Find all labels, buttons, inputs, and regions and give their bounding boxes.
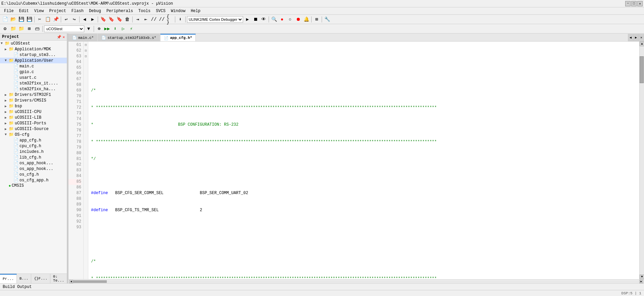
scroll-track[interactable] [640,46,644,275]
next-bookmark-btn[interactable]: 🔖 [116,16,123,23]
scroll-down-btn[interactable]: ▼ [640,275,644,279]
menu-tools[interactable]: Tools [136,8,153,14]
tree-app-user[interactable]: ▼ 📁 Application/User [0,58,67,63]
tree-cmsis-diamond[interactable]: ◆ CMSIS [0,183,67,188]
maximize-button[interactable]: □ [631,1,637,6]
playback-btn[interactable]: ⏺ [294,16,302,23]
paste-btn[interactable]: 📌 [52,16,59,23]
clear-bookmark-btn[interactable]: 🗑 [124,16,131,23]
tree-os-app-hook2[interactable]: 📄 os_app_hook... [0,166,67,172]
uncomment-btn[interactable]: // [158,16,166,23]
tb2-btn5[interactable]: 🗃 [34,25,41,33]
indent-btn[interactable]: ⇥ [134,16,141,23]
nav-fwd-btn[interactable]: ▶ [89,16,96,23]
target-select[interactable]: ULINK2/ME Cortex Debugger [187,16,243,23]
tree-main-c[interactable]: 📄 main.c [0,63,67,69]
tree-bsp[interactable]: ▶ 📁 bsp [0,103,67,109]
tab-templates[interactable]: 0↓ Te... [50,274,67,283]
breakpoint-btn[interactable]: ⏹ [252,16,259,23]
watch-btn[interactable]: 👁 [260,16,267,23]
target-settings-btn[interactable]: ⊕ [95,25,103,33]
panel-pin-icon[interactable]: 📌 [57,35,61,39]
layout-btn[interactable]: ⊞ [313,16,320,23]
tree-os-cfg-app[interactable]: 📄 os_cfg_app.h [0,177,67,183]
tree-gpio-c[interactable]: 📄 gpio.c [0,69,67,75]
start-debug-btn[interactable]: ▷ [120,25,127,33]
tree-os-cfg[interactable]: 📄 os_cfg.h [0,172,67,177]
tab-project[interactable]: Pr... [0,274,17,283]
close-button[interactable]: ✕ [637,1,643,6]
scroll-up-btn[interactable]: ▲ [640,42,644,46]
menu-edit[interactable]: Edit [16,8,32,14]
tree-root[interactable]: ▼ 📁 uCOStest [0,41,67,46]
comment-btn[interactable]: // [150,16,157,23]
save-all-btn[interactable]: 💾 [26,16,33,23]
menu-flash[interactable]: Flash [69,8,86,14]
run-btn[interactable]: ⚡ [128,25,135,33]
tree-it-c[interactable]: 📄 stm32f1xx_it.... [0,80,67,86]
tab-close-all[interactable]: ✕ [639,34,644,41]
build-all-btn[interactable]: ▶▶ [103,25,111,33]
tree-app-cfg[interactable]: 📄 app_cfg.h [0,137,67,143]
tb2-btn1[interactable]: ⚙ [1,25,9,33]
menu-file[interactable]: File [1,8,16,14]
download-btn[interactable]: ⬇ [111,25,119,33]
menu-peripherals[interactable]: Peripherals [104,8,136,14]
h-scrollbar[interactable]: ◀ ▶ [68,279,644,283]
tb2-btn4[interactable]: ⊞ [26,25,33,33]
save-btn[interactable]: 💾 [17,16,25,23]
h-scroll-track[interactable] [73,280,639,283]
tree-ucos-cpu[interactable]: ▶ 📁 uCOSIII-CPU [0,109,67,115]
tree-ucos-source[interactable]: ▶ 📁 uCOSIII-Source [0,126,67,132]
minimize-button[interactable]: − [625,1,631,6]
tree-startup[interactable]: 📄 startup_stm3... [0,52,67,58]
menu-debug[interactable]: Debug [86,8,104,14]
settings-btn[interactable]: 🔧 [323,16,331,23]
tab-nav-right[interactable]: ▶ [633,34,639,41]
stop-btn[interactable]: ○ [286,16,294,23]
menu-window[interactable]: Window [168,8,188,14]
menu-svcs[interactable]: SVCS [153,8,168,14]
load-btn[interactable]: ⬇ [177,16,184,23]
h-scroll-left[interactable]: ◀ [69,280,73,283]
dropdown-arrow[interactable]: ▼ [85,25,92,33]
tree-app-mdk[interactable]: ▶ 📁 Application/MDK [0,46,67,52]
menu-project[interactable]: Project [46,8,68,14]
tab-main-c[interactable]: 📄 main.c* [68,34,97,41]
tree-cpu-cfg[interactable]: 📄 cpu_cfg.h [0,143,67,149]
redo-btn[interactable]: ↪ [71,16,78,23]
tab-books[interactable]: B... [17,274,31,283]
copy-btn[interactable]: 📋 [44,16,51,23]
tree-oscfg[interactable]: ▼ 📁 OS-cfg [0,132,67,137]
fold-73[interactable]: ⊟ [84,48,88,54]
open-btn[interactable]: 📂 [9,16,17,23]
bookmark-btn[interactable]: 🔖 [99,16,107,23]
new-file-btn[interactable]: 📄 [1,16,9,23]
tree-os-app-hook1[interactable]: 📄 os_app_hook... [0,160,67,166]
cut-btn[interactable]: ✂ [36,16,43,23]
tree-includes[interactable]: 📄 includes.h [0,149,67,155]
debug-btn[interactable]: ▶ [244,16,251,23]
tree-lib-cfg[interactable]: 📄 lib_cfg.h [0,155,67,160]
codesnip-btn[interactable]: { } [166,16,174,23]
undo-btn[interactable]: ↩ [62,16,70,23]
tb2-btn2[interactable]: 📁 [9,25,17,33]
tree-hal-c[interactable]: 📄 stm32f1xx_ha... [0,86,67,92]
prev-bookmark-btn[interactable]: 🔖 [107,16,115,23]
h-scroll-thumb[interactable] [73,280,107,283]
tab-functions[interactable]: {}F... [31,274,50,283]
menu-view[interactable]: View [32,8,47,14]
playback2-btn[interactable]: 🔔 [303,16,310,23]
find-btn[interactable]: 🔍 [270,16,278,23]
fold-63[interactable]: ⊟ [84,42,88,48]
tree-usart-c[interactable]: 📄 usart.c [0,75,67,80]
unindent-btn[interactable]: ⇤ [142,16,149,23]
tree-ucos-lib[interactable]: ▶ 📁 uCOSIII-LIB [0,115,67,120]
tree-ucos-ports[interactable]: ▶ 📁 uCOSIII-Ports [0,120,67,126]
panel-close-icon[interactable]: ✕ [62,35,65,39]
project-dropdown[interactable]: uCOStest [44,25,84,32]
tree-drivers-cmsis[interactable]: ▶ 📁 Drivers/CMSIS [0,98,67,103]
code-editor[interactable]: /* * ***********************************… [88,42,639,279]
nav-back-btn[interactable]: ◀ [81,16,88,23]
tree-drivers-stm[interactable]: ▶ 📁 Drivers/STM32F1 [0,92,67,98]
